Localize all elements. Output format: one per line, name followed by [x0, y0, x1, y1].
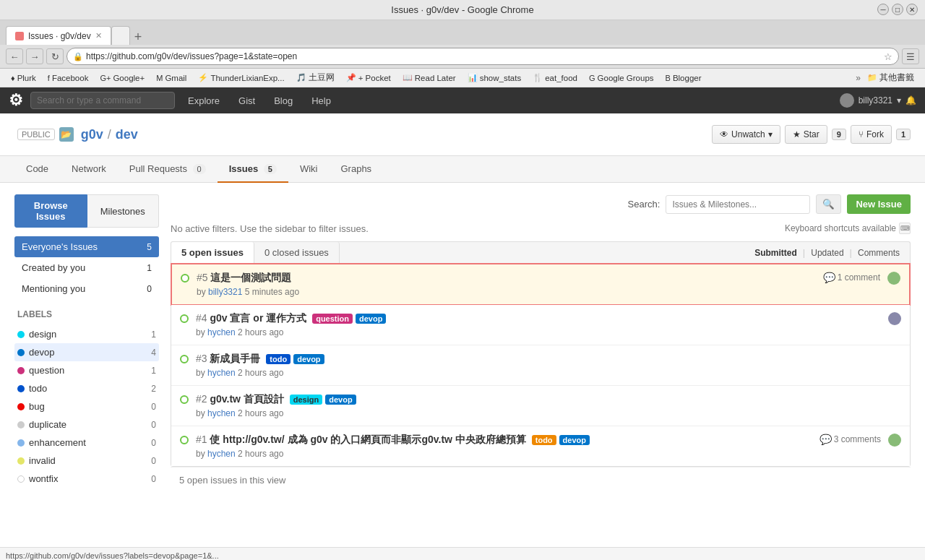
filter-created[interactable]: Created by you 1	[14, 257, 159, 278]
bookmark-facebook[interactable]: f Facebook	[43, 72, 94, 84]
bookmark-blogger[interactable]: B Blogger	[661, 72, 707, 84]
extensions-btn[interactable]: ☰	[902, 48, 919, 64]
bookmark-others[interactable]: 📁 其他書籤	[862, 71, 919, 85]
issue-label-question[interactable]: question	[312, 314, 353, 324]
issue-author-link[interactable]: hychen	[207, 408, 236, 418]
issue-comments[interactable]: 💬 1 comment	[823, 272, 880, 283]
bookmark-eat[interactable]: 🍴 eat_food	[528, 72, 582, 84]
search-input[interactable]	[666, 195, 810, 214]
issue-title[interactable]: #4 g0v 宣言 or 運作方式 question devop	[196, 312, 881, 325]
bookmark-thunder[interactable]: ⚡ ThunderLixianExp...	[193, 72, 289, 84]
address-bar[interactable]: 🔒 https://github.com/g0v/dev/issues?page…	[66, 48, 899, 65]
explore-link[interactable]: Explore	[182, 95, 225, 106]
open-issues-tab[interactable]: 5 open issues	[171, 242, 254, 263]
sort-updated-btn[interactable]: Updated	[806, 248, 848, 258]
issue-label-devop[interactable]: devop	[293, 354, 324, 364]
issue-title[interactable]: #1 使 http://g0v.tw/ 成為 g0v 的入口網頁而非顯示g0v.…	[196, 434, 812, 447]
new-tab-btn[interactable]: +	[130, 30, 147, 45]
label-bug[interactable]: bug 0	[14, 397, 159, 415]
public-badge: PUBLIC	[17, 129, 55, 140]
bookmark-groups[interactable]: G Google Groups	[584, 72, 659, 84]
gist-link[interactable]: Gist	[233, 95, 261, 106]
issue-label-design[interactable]: design	[290, 395, 322, 405]
issue-title[interactable]: #3 新成員手冊 todo devop	[196, 353, 901, 366]
issue-label-devop[interactable]: devop	[356, 314, 386, 324]
address-icons: ☆	[884, 51, 892, 62]
label-devop[interactable]: devop 4	[14, 343, 159, 361]
help-link[interactable]: Help	[306, 95, 337, 106]
sort-submitted-btn[interactable]: Submitted	[750, 248, 801, 258]
issue-label-devop2[interactable]: devop	[559, 435, 590, 445]
unwatch-btn[interactable]: 👁 Unwatch ▾	[712, 125, 780, 144]
milestones-tab[interactable]: Milestones	[87, 194, 160, 228]
bookmark-plurk[interactable]: ♦ Plurk	[6, 72, 41, 84]
browser-tab-blank[interactable]	[111, 26, 130, 45]
label-question-dot	[17, 367, 25, 374]
label-enhancement[interactable]: enhancement 0	[14, 434, 159, 452]
label-wontfix[interactable]: wontfix 0	[14, 470, 159, 488]
label-todo[interactable]: todo 2	[14, 379, 159, 397]
bookmark-pocket[interactable]: 📌 + Pocket	[341, 72, 396, 84]
user-menu[interactable]: billy3321 ▾ 🔔	[840, 93, 916, 108]
tab-network[interactable]: Network	[60, 156, 118, 183]
labels-heading: Labels	[14, 309, 159, 319]
notifications-icon[interactable]: 🔔	[905, 95, 916, 105]
bookmark-gmail[interactable]: M Gmail	[151, 72, 192, 84]
blog-link[interactable]: Blog	[268, 95, 298, 106]
issue-labels: question devop	[312, 314, 386, 324]
repo-name-link[interactable]: dev	[116, 127, 138, 142]
label-invalid[interactable]: invalid 0	[14, 452, 159, 470]
issue-comments[interactable]: 💬 3 comments	[819, 434, 881, 445]
bookmark-googleplus[interactable]: G+ Google+	[95, 72, 150, 84]
issue-label-todo[interactable]: todo	[266, 354, 291, 364]
label-question[interactable]: question 1	[14, 361, 159, 379]
filter-everyones[interactable]: Everyone's Issues 5	[14, 236, 159, 257]
reload-btn[interactable]: ↻	[46, 48, 64, 64]
browser-tab-active[interactable]: Issues · g0v/dev ✕	[6, 26, 111, 45]
issue-comment-count: 1 comment	[838, 272, 880, 283]
close-btn[interactable]: ✕	[906, 4, 918, 15]
bookmark-tudou[interactable]: 🎵 土豆网	[291, 71, 340, 85]
back-btn[interactable]: ←	[6, 48, 23, 64]
sort-comments-btn[interactable]: Comments	[853, 248, 904, 258]
new-issue-btn[interactable]: New Issue	[847, 194, 911, 214]
browse-issues-tab[interactable]: Browse Issues	[14, 194, 87, 228]
issue-author-link[interactable]: hychen	[207, 368, 236, 378]
issue-label-todo2[interactable]: todo	[532, 435, 556, 445]
search-submit-btn[interactable]: 🔍	[816, 194, 841, 214]
sidebar-tabs: Browse Issues Milestones	[14, 194, 159, 228]
bookmarks-bar: ♦ Plurk f Facebook G+ Google+ M Gmail ⚡ …	[0, 69, 925, 87]
bookmark-star-icon[interactable]: ☆	[884, 51, 892, 62]
repo-owner-link[interactable]: g0v	[81, 127, 103, 142]
issue-title[interactable]: #2 g0v.tw 首頁設計 design devop	[196, 393, 901, 406]
tab-code[interactable]: Code	[14, 156, 60, 183]
star-btn[interactable]: ★ Star	[785, 125, 827, 144]
fork-count[interactable]: 1	[896, 129, 911, 140]
keyboard-shortcuts: Keyboard shortcuts available ⌨	[785, 223, 911, 234]
closed-issues-tab[interactable]: 0 closed issues	[254, 242, 340, 263]
issue-open-dot	[180, 395, 189, 404]
maximize-btn[interactable]: □	[892, 4, 903, 15]
bookmark-readlater[interactable]: 📖 Read Later	[397, 72, 461, 84]
tab-issues[interactable]: Issues 5	[218, 156, 288, 183]
issue-author-link[interactable]: hychen	[207, 327, 236, 337]
fork-btn[interactable]: ⑂ Fork	[851, 125, 892, 144]
issue-author-link[interactable]: hychen	[207, 449, 236, 459]
tab-pullrequests[interactable]: Pull Requests 0	[118, 156, 218, 183]
blogger-icon: B	[666, 74, 671, 82]
tab-close-btn[interactable]: ✕	[95, 31, 102, 40]
bookmark-stats[interactable]: 📊 show_stats	[462, 72, 527, 84]
forward-btn[interactable]: →	[26, 48, 43, 64]
label-design[interactable]: design 1	[14, 325, 159, 343]
tab-graphs[interactable]: Graphs	[329, 156, 383, 183]
minimize-btn[interactable]: ─	[877, 4, 889, 15]
label-duplicate[interactable]: duplicate 0	[14, 415, 159, 434]
github-search-input[interactable]	[30, 92, 175, 109]
issue-author-link[interactable]: billy3321	[208, 287, 242, 297]
star-count[interactable]: 9	[832, 129, 846, 140]
bookmarks-more-btn[interactable]: »	[856, 73, 861, 83]
filter-mentioning[interactable]: Mentioning you 0	[14, 278, 159, 299]
issue-label-devop[interactable]: devop	[325, 395, 356, 405]
tab-wiki[interactable]: Wiki	[288, 156, 330, 183]
issue-title[interactable]: #5 這是一個測試問題	[197, 272, 816, 285]
